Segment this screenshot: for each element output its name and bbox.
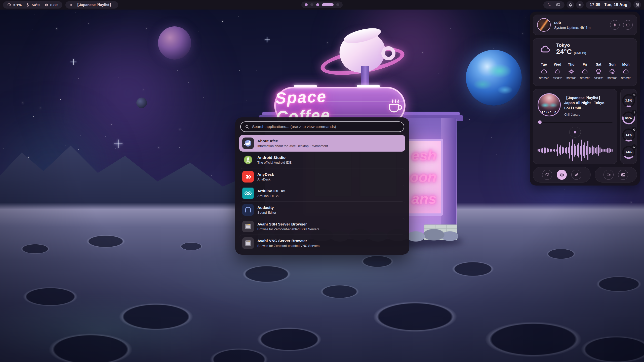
power-button[interactable] xyxy=(623,20,633,30)
launcher-item[interactable]: Arduino IDE v2Arduino IDE v2 xyxy=(239,185,405,201)
pause-button[interactable] xyxy=(569,127,581,138)
launcher-item[interactable]: About XfceInformation about the Xfce Des… xyxy=(239,135,405,152)
weather-storm-icon xyxy=(609,68,616,75)
thermometer-gauge: 54°C xyxy=(621,111,636,125)
workspace-dot-empty[interactable] xyxy=(310,3,313,6)
visualizer-bar xyxy=(589,147,590,154)
forecast-day: Fri35°/26° xyxy=(579,62,591,80)
chip-gauge: 14% xyxy=(621,128,636,142)
workspace-dot-empty[interactable] xyxy=(336,3,339,6)
thermometer-icon xyxy=(631,110,637,115)
toggle-gauge-button[interactable] xyxy=(542,170,552,180)
visualizer-bar xyxy=(557,144,558,156)
temp-stat: 54°C xyxy=(26,3,40,7)
progress-knob[interactable] xyxy=(538,120,542,124)
volume-button[interactable] xyxy=(576,1,584,9)
app-subtitle: The official Android IDE xyxy=(257,161,292,164)
weather-sun-icon xyxy=(568,68,575,75)
track-title: 【Japanese Playlist】 Japan All Night - To… xyxy=(564,95,613,111)
arduino-app-icon xyxy=(242,188,254,199)
now-playing-label: 【Japanese Playlist】 J… xyxy=(75,3,114,7)
notifications-button[interactable] xyxy=(567,1,574,9)
memory-value: 6.8G xyxy=(50,3,59,7)
gauge-gauge: 3.1% xyxy=(621,93,636,108)
app-title: Android Studio xyxy=(257,155,292,160)
launcher-item[interactable]: AudacitySound Editor xyxy=(239,201,405,218)
visualizer-bar xyxy=(610,149,611,152)
forecast-temps: 36°/26° xyxy=(594,77,603,80)
visualizer-bar xyxy=(545,148,546,153)
visualizer-bar xyxy=(586,146,587,155)
forecast-day: Sat36°/26° xyxy=(592,62,605,80)
weather-timezone: (GMT+9) xyxy=(574,51,586,55)
toggle-leaf-button[interactable] xyxy=(571,170,581,180)
gauge-icon xyxy=(7,3,11,7)
gauge-icon xyxy=(545,172,550,177)
visualizer-bar xyxy=(562,147,563,154)
now-playing-pill[interactable]: 【Japanese Playlist】 J… xyxy=(65,1,118,9)
visualizer-bar xyxy=(571,146,572,155)
leaf-icon xyxy=(574,172,579,177)
weather-city: Tokyo xyxy=(556,42,586,48)
visualizer-bar xyxy=(560,145,561,155)
sign-pole xyxy=(361,66,369,87)
progress-slider[interactable] xyxy=(538,120,613,124)
settings-button[interactable] xyxy=(610,20,620,30)
forecast-temps: 35°/26° xyxy=(580,77,590,80)
visualizer-bar xyxy=(595,148,596,153)
workspace-dot-active[interactable] xyxy=(322,3,334,6)
weather-cloud-icon xyxy=(622,68,629,75)
forecast-day-label: Mon xyxy=(622,62,630,66)
visualizer-bar xyxy=(551,149,552,152)
app-subtitle: Browse for Zeroconf-enabled SSH Servers xyxy=(257,227,319,231)
forecast-temps: 35°/25° xyxy=(553,77,562,80)
search-input[interactable] xyxy=(252,124,400,129)
track-artist: Chill Japan. xyxy=(564,113,613,116)
forecast-day: Wed35°/25° xyxy=(551,62,564,80)
toggle-scales-button[interactable] xyxy=(557,170,567,180)
memory-stat: 6.8G xyxy=(44,3,59,7)
clock[interactable]: 17:09 - Tue, 19 Aug xyxy=(586,1,631,9)
visualizer-bar xyxy=(566,147,567,154)
visualizer-bar xyxy=(592,146,593,155)
visualizer-bar xyxy=(574,144,575,157)
image-icon xyxy=(621,172,626,177)
workspace-dot-occupied[interactable] xyxy=(305,3,308,6)
weather-temp: 24°C xyxy=(556,48,572,56)
launcher-item[interactable]: Avahi VNC Server BrowserBrowse for Zeroc… xyxy=(239,235,405,251)
visualizer-bar xyxy=(587,141,588,160)
capture-image-button[interactable] xyxy=(618,170,628,180)
forecast-day-label: Wed xyxy=(554,62,561,66)
disk-icon xyxy=(631,144,637,150)
image-icon[interactable] xyxy=(556,3,560,7)
system-stats-pill: 3.1% 54°C 6.8G xyxy=(3,1,62,9)
anydesk-app-icon xyxy=(242,171,254,183)
launcher-item[interactable]: AnyDeskAnyDesk xyxy=(239,168,405,185)
launcher-item[interactable]: Avahi SSH Server BrowserBrowse for Zeroc… xyxy=(239,218,405,235)
capture-camera-button[interactable] xyxy=(603,170,614,180)
forecast-day: Sun33°/26° xyxy=(606,62,619,80)
visualizer-bar xyxy=(559,147,560,154)
visualizer-bar xyxy=(578,143,579,158)
workspace-dot-occupied[interactable] xyxy=(316,3,319,6)
overview-button[interactable] xyxy=(633,1,641,9)
visualizer-bar xyxy=(583,145,584,156)
search-box[interactable] xyxy=(240,121,404,132)
app-title: About Xfce xyxy=(257,139,328,143)
visualizer-bar xyxy=(550,149,551,152)
visualizer-bar xyxy=(584,142,585,158)
forecast-temps: 33°/26° xyxy=(567,77,576,80)
gear-icon xyxy=(613,23,617,27)
visualizer-bar xyxy=(598,145,599,156)
forecast-temps: 33°/26° xyxy=(608,77,617,80)
signcup-icon xyxy=(386,96,404,115)
forecast-day: Tue33°/24° xyxy=(538,62,550,80)
chip-icon xyxy=(44,3,49,7)
phone-icon[interactable] xyxy=(547,3,552,7)
user-card: seb System Uptime: 4h11m xyxy=(533,15,637,35)
thermometer-icon xyxy=(26,3,30,7)
visualizer-bar xyxy=(601,149,602,152)
forecast-row: Tue33°/24°Wed35°/25°Thu33°/26°Fri35°/26°… xyxy=(538,62,632,80)
visualizer-bar xyxy=(554,149,555,152)
launcher-item[interactable]: Android StudioThe official Android IDE xyxy=(239,152,405,168)
